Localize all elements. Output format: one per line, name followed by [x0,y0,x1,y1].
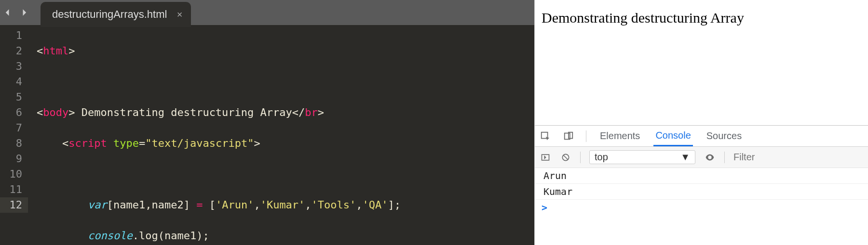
page-text: Demonstrating destructuring Array [542,10,744,26]
context-selector[interactable]: top ▼ [589,150,695,164]
console-line: Arun [535,168,868,184]
separator [724,152,725,163]
filter-input[interactable] [733,152,762,163]
browser-pane: Demonstrating destructuring Array Elemen… [534,0,868,245]
code-editor: destructuringArrays.html × 1 2 3 4 5 6 7… [0,0,534,245]
devtools-tabs: Elements Console Sources [535,126,868,147]
nav-back-button[interactable] [3,8,13,17]
clear-console-icon[interactable] [560,152,571,163]
line-number: 12 [0,197,28,213]
eye-icon[interactable] [704,152,716,163]
tab-elements[interactable]: Elements [598,126,642,146]
code-line: <html> [37,43,534,59]
console-toolbar: top ▼ [535,147,868,168]
line-number: 8 [0,136,28,151]
line-number: 7 [0,120,28,136]
devtools: Elements Console Sources top ▼ [535,125,868,245]
line-number: 2 [0,43,28,59]
line-number: 4 [0,74,28,90]
separator [586,130,586,142]
code-area[interactable]: <html> <body> Demonstrating destructurin… [28,25,534,245]
code-line [37,167,534,182]
line-number: 3 [0,59,28,74]
console-line: Kumar [535,184,868,200]
nav-forward-button[interactable] [19,8,29,17]
tab-filename: destructuringArrays.html [52,8,167,21]
code-line [37,74,534,90]
code-line: <script type="text/javascript"> [37,136,534,151]
line-number: 6 [0,105,28,120]
editor-body: 1 2 3 4 5 6 7 8 9 10 11 12 <html> <body>… [0,25,534,245]
line-number: 10 [0,167,28,182]
nav-arrows [3,8,29,17]
line-number: 9 [0,151,28,167]
editor-topbar: destructuringArrays.html × [0,0,534,25]
tab-console[interactable]: Console [653,126,692,146]
line-number: 11 [0,182,28,197]
app-root: destructuringArrays.html × 1 2 3 4 5 6 7… [0,0,868,245]
device-toggle-icon[interactable] [563,130,574,142]
separator [580,152,581,163]
chevron-down-icon: ▼ [680,152,690,163]
close-icon[interactable]: × [177,9,183,20]
line-number: 5 [0,90,28,105]
code-line: console.log(name1); [37,228,534,244]
sidebar-toggle-icon[interactable] [540,152,551,163]
console-output: Arun Kumar > [535,168,868,245]
code-line: var[name1,name2] = ['Arun','Kumar','Tool… [37,197,534,213]
context-label: top [595,152,608,163]
page-viewport: Demonstrating destructuring Array [535,0,868,125]
line-gutter: 1 2 3 4 5 6 7 8 9 10 11 12 [0,25,28,245]
line-number: 1 [0,28,28,43]
tab-sources[interactable]: Sources [705,126,744,146]
editor-tab[interactable]: destructuringArrays.html × [41,2,191,27]
console-prompt[interactable]: > [535,200,868,215]
code-line: <body> Demonstrating destructuring Array… [37,105,534,120]
inspect-icon[interactable] [540,130,551,142]
